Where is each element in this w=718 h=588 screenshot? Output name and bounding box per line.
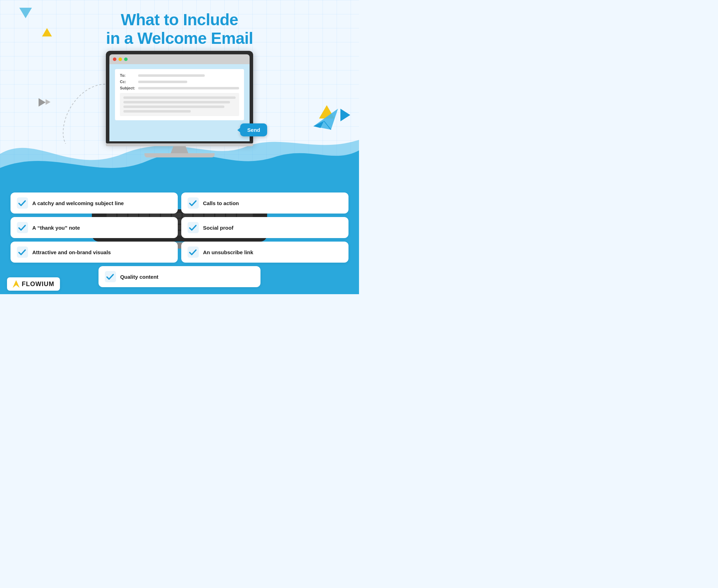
cc-label: Cc:	[120, 80, 138, 84]
screen-titlebar	[109, 54, 250, 64]
checklist-item-unsubscribe: An unsubscribe link	[181, 242, 348, 263]
email-subject-field: Subject:	[120, 86, 239, 90]
checklist-bottom-row: Quality content	[11, 266, 348, 287]
logo-icon	[13, 280, 20, 288]
email-cc-field: Cc:	[120, 80, 239, 84]
item-text-thank-you: A “thank you” note	[32, 225, 80, 231]
cc-line	[138, 81, 187, 83]
checklist-item-visuals: Attractive and on-brand visuals	[11, 242, 178, 263]
laptop-screen-outer: To: Cc: Subject:	[106, 51, 253, 143]
email-compose-area: To: Cc: Subject:	[115, 69, 244, 120]
check-icon	[105, 271, 116, 282]
paper-plane-icon	[313, 109, 338, 131]
checklist-item-subject-line: A catchy and welcoming subject line	[11, 192, 178, 214]
item-text-calls-to-action: Calls to action	[203, 200, 239, 206]
item-text-social-proof: Social proof	[203, 225, 233, 231]
body-line-1	[123, 96, 236, 99]
send-button[interactable]: Send	[240, 123, 267, 136]
check-icon	[188, 197, 199, 209]
subject-line-bar	[138, 87, 239, 89]
page-title: What to Include in a Welcome Email	[0, 0, 359, 48]
checklist-item-quality-content: Quality content	[99, 266, 261, 287]
page-wrapper: What to Include in a Welcome Email To:	[0, 0, 359, 294]
checklist-item-thank-you: A “thank you” note	[11, 217, 178, 238]
check-icon	[17, 246, 28, 258]
checklist-item-calls-to-action: Calls to action	[181, 192, 348, 214]
dashed-curve	[42, 81, 112, 144]
title-line1: What to Include	[121, 11, 238, 29]
check-icon	[17, 197, 28, 209]
to-label: To:	[120, 73, 138, 77]
subject-label: Subject:	[120, 86, 138, 90]
email-body-area	[120, 93, 239, 116]
decor-triangle-blue-right	[340, 109, 350, 121]
checklist-area: A catchy and welcoming subject line Call…	[0, 192, 359, 287]
logo-text: FLOWIUM	[22, 281, 54, 288]
dot-yellow	[118, 58, 122, 61]
laptop-base	[144, 153, 215, 157]
dot-green	[124, 58, 128, 61]
body-line-3	[123, 106, 224, 108]
item-text-quality-content: Quality content	[120, 274, 158, 280]
svg-marker-10	[13, 280, 20, 288]
body-line-2	[123, 101, 230, 103]
dot-red	[113, 58, 116, 61]
laptop-stand	[171, 146, 188, 153]
body-line-4	[123, 110, 191, 113]
check-icon	[188, 222, 199, 233]
screen-inner: To: Cc: Subject:	[109, 64, 250, 141]
item-text-unsubscribe: An unsubscribe link	[203, 249, 253, 255]
item-text-visuals: Attractive and on-brand visuals	[32, 249, 111, 255]
laptop-base-outer	[106, 143, 253, 146]
checklist-grid: A catchy and welcoming subject line Call…	[11, 192, 348, 263]
check-icon	[188, 246, 199, 258]
to-line	[138, 74, 205, 77]
flowium-logo: FLOWIUM	[7, 277, 60, 291]
laptop-illustration: To: Cc: Subject:	[106, 51, 253, 157]
check-icon	[17, 222, 28, 233]
email-to-field: To:	[120, 73, 239, 77]
checklist-item-social-proof: Social proof	[181, 217, 348, 238]
item-text-subject-line: A catchy and welcoming subject line	[32, 200, 124, 206]
title-line2: in a Welcome Email	[106, 29, 253, 47]
